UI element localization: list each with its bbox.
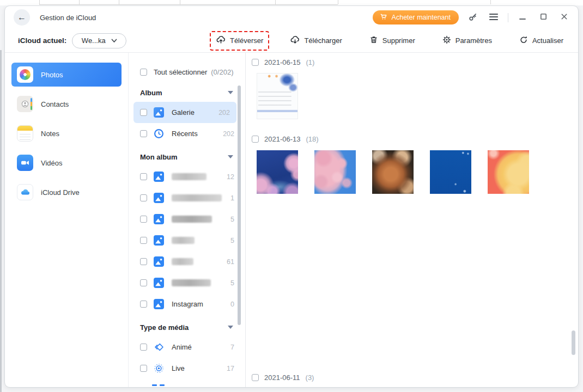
album-icon — [154, 214, 164, 224]
album-row-hidden-6[interactable]: 5 — [129, 272, 245, 293]
select-all-checkbox[interactable] — [140, 69, 147, 76]
account-toolbar: iCloud actuel: We...ka Téléverser — [5, 29, 578, 52]
delete-label: Supprimer — [382, 36, 415, 45]
date-checkbox[interactable] — [252, 374, 259, 381]
album-row-live[interactable]: Live 17 — [129, 358, 245, 379]
recents-count: 202 — [223, 130, 234, 138]
account-label: iCloud actuel: — [18, 36, 66, 45]
refresh-label: Actualiser — [532, 36, 563, 45]
maximize-icon — [539, 13, 548, 22]
key-icon — [468, 11, 478, 23]
menu-button[interactable] — [487, 11, 500, 24]
refresh-button[interactable]: Actualiser — [513, 31, 569, 50]
album-row-hidden-2[interactable]: 1 — [129, 187, 245, 209]
select-all-count: (0/202) — [211, 68, 233, 76]
register-key-button[interactable] — [466, 11, 479, 24]
date-checkbox[interactable] — [252, 136, 259, 143]
download-button[interactable]: Télécharger — [284, 31, 348, 51]
sidebar-item-icloud-drive[interactable]: iCloud Drive — [11, 180, 122, 204]
date-count: (1) — [306, 58, 315, 66]
album-row-animated[interactable]: Animé 7 — [129, 336, 245, 358]
section-album[interactable]: Album — [129, 83, 245, 102]
section-media-type-label: Type de média — [140, 323, 189, 332]
album-icon — [154, 235, 164, 246]
upload-label: Téléverser — [230, 36, 263, 45]
back-button[interactable]: ← — [14, 9, 30, 26]
album-row-hidden-4[interactable]: 5 — [129, 230, 245, 251]
account-dropdown[interactable]: We...ka — [72, 33, 126, 48]
sidebar-item-label: Vidéos — [41, 159, 63, 167]
section-my-album[interactable]: Mon album — [129, 148, 245, 166]
buy-now-label: Acheter maintenant — [392, 14, 451, 21]
album-icon — [154, 256, 164, 267]
buy-now-button[interactable]: Acheter maintenant — [373, 10, 459, 24]
sidebar: Photos Contacts Notes — [5, 53, 129, 387]
album-checkbox[interactable] — [140, 237, 147, 244]
album-count: 5 — [230, 216, 234, 223]
album-row-hidden-1[interactable]: 12 — [129, 166, 245, 187]
hamburger-icon — [489, 13, 499, 23]
photo-thumbnail[interactable] — [314, 150, 356, 194]
window-title: Gestion de iCloud — [40, 14, 96, 22]
photo-grid: 2021-06-15 (1) 2021-06-13 (18) — [246, 53, 578, 387]
blurred-album-name — [172, 173, 207, 180]
live-count: 17 — [227, 365, 234, 372]
album-row-gallery[interactable]: Galerie 202 — [133, 102, 236, 123]
collapse-caret-icon — [228, 91, 233, 94]
photo-thumbnail[interactable] — [257, 73, 298, 119]
sidebar-item-label: Photos — [41, 71, 63, 79]
maximize-button[interactable] — [537, 11, 550, 24]
album-icon — [154, 299, 164, 309]
animated-checkbox[interactable] — [140, 344, 147, 351]
sidebar-item-notes[interactable]: Notes — [11, 121, 122, 145]
sidebar-item-videos[interactable]: Vidéos — [11, 151, 122, 175]
close-button[interactable] — [557, 11, 570, 24]
recents-checkbox[interactable] — [140, 130, 147, 137]
sidebar-item-label: iCloud Drive — [41, 188, 80, 197]
minimize-button[interactable] — [516, 11, 529, 24]
album-checkbox[interactable] — [140, 194, 147, 201]
album-row-instagram[interactable]: Instagram 0 — [129, 293, 245, 315]
instagram-checkbox[interactable] — [140, 301, 147, 308]
sidebar-item-contacts[interactable]: Contacts — [11, 92, 122, 116]
titlebar: ← Gestion de iCloud Acheter maintenant — [5, 6, 578, 29]
section-media-type[interactable]: Type de média — [129, 318, 245, 336]
gallery-album-icon — [154, 107, 164, 118]
album-checkbox[interactable] — [140, 279, 147, 286]
live-checkbox[interactable] — [140, 365, 147, 372]
album-row-hidden-5[interactable]: 61 — [129, 251, 245, 272]
gear-icon — [442, 35, 452, 46]
album-checkbox[interactable] — [140, 258, 147, 265]
photo-thumbnail[interactable] — [257, 150, 298, 194]
photo-thumbnail[interactable] — [372, 150, 414, 194]
album-icon — [154, 193, 164, 203]
instagram-count: 0 — [230, 301, 234, 308]
photo-thumbnail[interactable] — [430, 150, 471, 194]
date-label: 2021-06-13 — [264, 135, 301, 143]
albums-scrollbar[interactable] — [238, 85, 241, 325]
photos-app-icon — [17, 66, 33, 83]
minimize-icon — [518, 13, 527, 23]
date-checkbox[interactable] — [252, 59, 259, 66]
sidebar-item-photos[interactable]: Photos — [11, 63, 122, 87]
cart-icon — [379, 13, 388, 23]
album-row-recents[interactable]: Récents 202 — [129, 123, 245, 144]
blurred-album-name — [172, 194, 222, 201]
chevron-down-icon — [111, 36, 117, 45]
album-checkbox[interactable] — [140, 173, 147, 180]
trash-icon — [369, 35, 379, 46]
back-arrow-icon: ← — [17, 13, 26, 22]
upload-button[interactable]: Téléverser — [210, 31, 269, 51]
recents-label: Récents — [172, 130, 198, 138]
blurred-album-name — [172, 237, 195, 244]
delete-button[interactable]: Supprimer — [363, 31, 421, 50]
photo-thumbnail[interactable] — [488, 150, 529, 194]
animated-icon — [154, 342, 164, 352]
date-group-header: 2021-06-11 (3) — [252, 373, 578, 382]
settings-button[interactable]: Paramètres — [436, 31, 498, 50]
icloud-drive-app-icon — [17, 184, 33, 200]
gallery-checkbox[interactable] — [140, 109, 147, 116]
album-checkbox[interactable] — [140, 216, 147, 223]
album-row-hidden-3[interactable]: 5 — [129, 209, 245, 230]
main-scrollbar[interactable] — [572, 330, 575, 355]
